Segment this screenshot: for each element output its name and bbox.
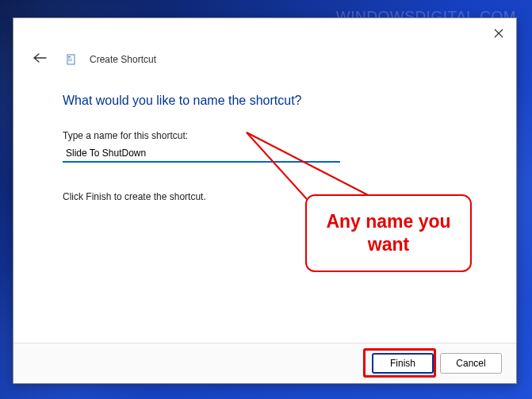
- svg-rect-3: [68, 60, 72, 61]
- button-bar: Finish Cancel: [13, 343, 516, 383]
- shortcut-name-input[interactable]: [63, 145, 340, 163]
- svg-rect-1: [68, 56, 71, 58]
- input-label: Type a name for this shortcut:: [63, 130, 483, 141]
- dialog-header: Create Shortcut: [13, 46, 516, 76]
- dialog-title: Create Shortcut: [90, 54, 156, 65]
- svg-rect-2: [68, 59, 72, 59]
- shortcut-file-icon: [66, 54, 77, 65]
- close-icon[interactable]: [492, 28, 505, 40]
- page-heading: What would you like to name the shortcut…: [63, 94, 483, 108]
- create-shortcut-dialog: Create Shortcut What would you like to n…: [13, 17, 517, 384]
- titlebar: [13, 18, 516, 46]
- annotation-callout: Any name you want: [305, 194, 472, 272]
- finish-button[interactable]: Finish: [372, 353, 434, 374]
- annotation-callout-text: Any name you want: [313, 210, 464, 256]
- cancel-button[interactable]: Cancel: [440, 353, 502, 374]
- back-arrow-icon[interactable]: [29, 51, 50, 68]
